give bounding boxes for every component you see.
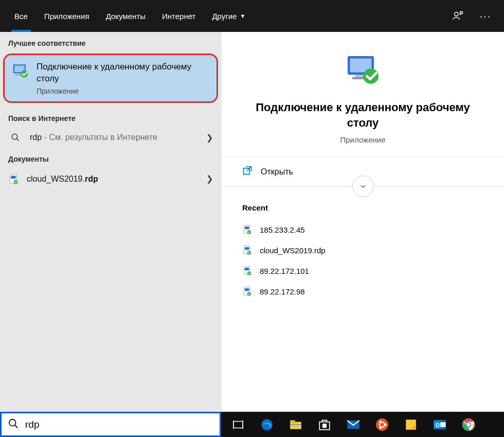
tab-all-label: Все bbox=[14, 12, 28, 21]
tab-documents-label: Документы bbox=[106, 12, 146, 21]
svg-point-29 bbox=[384, 423, 386, 425]
tab-other-label: Другие bbox=[212, 12, 237, 21]
tab-internet[interactable]: Интернет bbox=[154, 0, 204, 32]
document-name-prefix: cloud_WS2019. bbox=[27, 174, 85, 183]
web-search-query: rdp bbox=[30, 133, 42, 142]
document-name: cloud_WS2019.rdp bbox=[27, 174, 199, 184]
svg-rect-32 bbox=[406, 419, 416, 430]
svg-text:O: O bbox=[436, 422, 440, 428]
web-search-item[interactable]: rdp - См. результаты в Интернете ❯ bbox=[0, 128, 221, 148]
search-input[interactable] bbox=[25, 419, 213, 430]
tab-apps-label: Приложения bbox=[44, 12, 89, 21]
recent-item[interactable]: cloud_WS2019.rdp bbox=[242, 240, 483, 260]
tab-documents[interactable]: Документы bbox=[98, 0, 154, 32]
svg-point-40 bbox=[467, 423, 471, 426]
recent-heading: Recent bbox=[242, 203, 483, 212]
tab-apps[interactable]: Приложения bbox=[36, 0, 98, 32]
svg-rect-23 bbox=[325, 424, 327, 425]
recent-item-label: 185.233.2.45 bbox=[260, 225, 305, 234]
best-match-kind: Приложение bbox=[37, 87, 209, 95]
task-view-icon[interactable] bbox=[226, 413, 250, 436]
best-match-title: Подключение к удаленному рабочему столу bbox=[37, 61, 209, 85]
svg-line-10 bbox=[16, 139, 19, 142]
open-icon bbox=[242, 165, 253, 178]
svg-rect-24 bbox=[323, 426, 325, 427]
open-action[interactable]: Открыть bbox=[222, 157, 504, 187]
search-filter-bar: Все Приложения Документы Интернет Другие… bbox=[0, 0, 504, 32]
svg-rect-25 bbox=[325, 426, 327, 427]
svg-rect-37 bbox=[440, 422, 446, 427]
preview-kind: Приложение bbox=[340, 135, 386, 144]
preview-title: Подключение к удаленному рабочему столу bbox=[242, 100, 483, 130]
section-web-search: Поиск в Интернете bbox=[0, 107, 221, 128]
edge-icon[interactable] bbox=[255, 413, 279, 436]
best-match-item[interactable]: Подключение к удаленному рабочему столу … bbox=[3, 54, 218, 103]
rdp-file-icon bbox=[242, 245, 253, 255]
rdp-file-icon bbox=[8, 173, 20, 185]
recent-item-label: 89.22.172.98 bbox=[260, 287, 305, 296]
svg-point-12 bbox=[9, 419, 16, 426]
feedback-icon[interactable] bbox=[449, 8, 466, 24]
chrome-icon[interactable] bbox=[457, 413, 480, 436]
recent-item-label: cloud_WS2019.rdp bbox=[260, 246, 326, 255]
search-box[interactable] bbox=[0, 412, 221, 437]
preview-pane: Подключение к удаленному рабочему столу … bbox=[221, 32, 504, 412]
tab-other[interactable]: Другие ▼ bbox=[204, 0, 254, 32]
web-search-hint: - См. результаты в Интернете bbox=[42, 133, 157, 142]
chevron-right-icon: ❯ bbox=[206, 174, 213, 184]
tab-all[interactable]: Все bbox=[6, 0, 36, 32]
open-label: Открыть bbox=[261, 167, 293, 177]
svg-rect-14 bbox=[233, 421, 243, 428]
svg-point-30 bbox=[380, 420, 382, 422]
svg-rect-22 bbox=[323, 424, 325, 425]
rdp-file-icon bbox=[242, 266, 253, 276]
svg-point-31 bbox=[380, 426, 382, 428]
svg-rect-19 bbox=[290, 420, 295, 423]
tab-internet-label: Интернет bbox=[162, 12, 195, 21]
expand-actions-button[interactable] bbox=[352, 176, 374, 197]
svg-line-13 bbox=[15, 425, 18, 428]
results-pane: Лучшее соответствие Подключение к удален… bbox=[0, 32, 221, 412]
recent-item[interactable]: 185.233.2.45 bbox=[242, 219, 483, 240]
rdp-file-icon bbox=[242, 286, 253, 296]
preview-app-icon bbox=[345, 51, 382, 89]
recent-item[interactable]: 89.22.172.101 bbox=[242, 260, 483, 281]
document-name-match: rdp bbox=[85, 174, 98, 183]
section-documents: Документы bbox=[0, 148, 221, 168]
section-best-match: Лучшее соответствие bbox=[0, 32, 221, 53]
svg-point-8 bbox=[455, 12, 458, 16]
sticky-notes-icon[interactable] bbox=[399, 413, 423, 436]
microsoft-store-icon[interactable] bbox=[313, 413, 336, 436]
rdp-app-icon bbox=[12, 62, 29, 80]
outlook-icon[interactable]: O bbox=[428, 413, 452, 436]
chevron-down-icon: ▼ bbox=[240, 13, 245, 19]
svg-point-9 bbox=[12, 134, 17, 140]
recent-item-label: 89.22.172.101 bbox=[260, 267, 309, 275]
ubuntu-icon[interactable] bbox=[370, 413, 394, 436]
rdp-file-icon bbox=[242, 224, 253, 235]
file-explorer-icon[interactable] bbox=[284, 413, 308, 436]
taskbar: O bbox=[221, 412, 504, 437]
search-icon bbox=[8, 418, 19, 431]
mail-icon[interactable] bbox=[341, 413, 365, 436]
search-icon bbox=[8, 133, 23, 142]
more-icon[interactable]: ··· bbox=[477, 8, 494, 24]
web-search-label: rdp - См. результаты в Интернете bbox=[30, 133, 199, 142]
svg-rect-20 bbox=[290, 424, 301, 425]
chevron-right-icon: ❯ bbox=[206, 133, 213, 143]
recent-item[interactable]: 89.22.172.98 bbox=[242, 281, 483, 302]
document-item[interactable]: cloud_WS2019.rdp ❯ bbox=[0, 168, 221, 190]
